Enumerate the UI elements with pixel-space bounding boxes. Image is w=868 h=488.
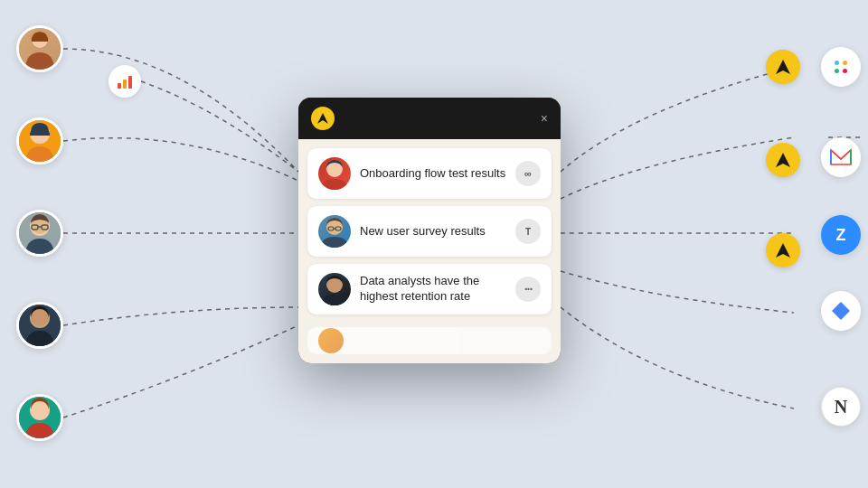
card-item-1[interactable]: Onboarding flow test results ∞ bbox=[307, 148, 552, 199]
avatar-person-2 bbox=[16, 117, 63, 164]
logo-icon bbox=[311, 107, 335, 130]
modal-close-button[interactable]: × bbox=[541, 111, 548, 126]
avatar-person-4 bbox=[16, 302, 63, 349]
svg-rect-18 bbox=[843, 61, 847, 65]
arc-icon-1 bbox=[766, 50, 800, 84]
avatar-person-5 bbox=[16, 394, 63, 441]
svg-rect-16 bbox=[835, 61, 839, 65]
card-avatar-3 bbox=[318, 273, 351, 305]
modal-header: × bbox=[298, 98, 561, 139]
card-text-3: Data analysts have the highest retention… bbox=[360, 274, 506, 305]
svg-rect-15 bbox=[128, 76, 132, 89]
svg-rect-14 bbox=[123, 80, 127, 89]
svg-rect-13 bbox=[118, 83, 121, 89]
card-text-2: New user survey results bbox=[360, 224, 506, 239]
modal-body: Onboarding flow test results ∞ bbox=[298, 139, 561, 324]
card-badge-1: ∞ bbox=[515, 161, 541, 186]
card-item-partial bbox=[307, 327, 552, 354]
slack-icon bbox=[821, 47, 861, 87]
svg-rect-19 bbox=[843, 69, 847, 73]
svg-rect-17 bbox=[835, 69, 839, 73]
modal-footer bbox=[298, 324, 561, 363]
card-item-3[interactable]: Data analysts have the highest retention… bbox=[307, 264, 552, 314]
card-avatar-2 bbox=[318, 215, 351, 248]
arc-icon-3 bbox=[766, 233, 800, 267]
canvas: .dash-line { fill: none; stroke: #666; s… bbox=[0, 0, 868, 488]
card-badge-2: T bbox=[515, 219, 541, 244]
gmail-icon bbox=[821, 137, 861, 177]
diamond-icon bbox=[821, 291, 861, 331]
arc-icon-2 bbox=[766, 143, 800, 177]
modal: × Onboarding flow test results ∞ bbox=[298, 98, 561, 363]
zoom-icon: Z bbox=[821, 215, 861, 255]
card-item-2[interactable]: New user survey results T bbox=[307, 206, 552, 257]
card-avatar-1 bbox=[318, 157, 351, 190]
avatar-person-3 bbox=[16, 210, 63, 257]
modal-logo bbox=[311, 107, 335, 130]
avatar-person-1 bbox=[16, 25, 63, 72]
notion-icon: N bbox=[821, 387, 861, 427]
analytics-icon-circle bbox=[108, 65, 141, 98]
card-badge-3: ··· bbox=[515, 277, 541, 302]
card-text-1: Onboarding flow test results bbox=[360, 166, 506, 182]
